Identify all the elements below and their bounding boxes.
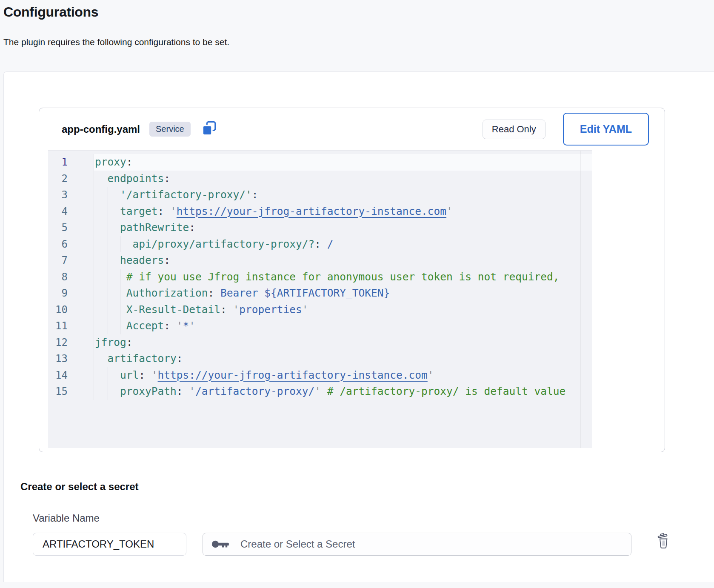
token-quote: ' xyxy=(170,205,177,217)
code-line-3[interactable]: 3'/artifactory-proxy/': xyxy=(48,187,592,203)
line-content: url: 'https://your-jfrog-artifactory-ins… xyxy=(94,367,592,384)
key-icon xyxy=(211,539,229,550)
token-key: Accept xyxy=(126,320,164,332)
token-key: pathRewrite xyxy=(120,221,189,234)
token-key: headers xyxy=(120,254,164,266)
code-line-8[interactable]: 8# if you use Jfrog instance for anonymo… xyxy=(48,269,592,285)
variable-name-input[interactable] xyxy=(33,533,186,556)
token-quote: ' xyxy=(233,303,240,316)
token-key: Authorization xyxy=(126,287,208,299)
token-key: '/artifactory-proxy/' xyxy=(120,188,252,201)
token-quote: ' xyxy=(302,303,308,316)
token-quote: ' xyxy=(177,320,183,332)
token-punct: : xyxy=(164,254,170,266)
code-line-14[interactable]: 14url: 'https://your-jfrog-artifactory-i… xyxy=(48,367,592,384)
token-key: artifactory xyxy=(108,352,177,365)
delete-secret-button[interactable] xyxy=(657,533,670,550)
line-number: 12 xyxy=(48,334,94,351)
copy-icon xyxy=(202,121,217,137)
line-content: X-Result-Detail: 'properties' xyxy=(94,302,592,318)
line-content: headers: xyxy=(94,252,592,269)
code-line-1[interactable]: 1proxy: xyxy=(48,154,592,171)
code-line-15[interactable]: 15proxyPath: '/artifactory-proxy/' # /ar… xyxy=(48,383,592,400)
line-number: 8 xyxy=(48,269,94,285)
code-line-4[interactable]: 4target: 'https://your-jfrog-artifactory… xyxy=(48,203,592,220)
token-punct: : xyxy=(189,221,195,234)
indent-guide xyxy=(108,220,108,236)
secret-select-field[interactable]: Create or Select a Secret xyxy=(203,533,631,556)
secret-section-heading: Create or select a secret xyxy=(20,481,714,493)
indent-guide xyxy=(108,367,108,384)
token-key: jfrog xyxy=(95,336,126,348)
token-quote: ' xyxy=(189,320,195,332)
yaml-editor[interactable]: 1proxy:2endpoints:3'/artifactory-proxy/'… xyxy=(48,150,592,448)
code-line-12[interactable]: 12jfrog: xyxy=(48,334,592,351)
code-line-2[interactable]: 2endpoints: xyxy=(48,171,592,187)
token-punct: : xyxy=(126,336,133,348)
line-number: 13 xyxy=(48,351,94,367)
indent-guide xyxy=(108,236,108,253)
code-line-5[interactable]: 5pathRewrite: xyxy=(48,220,592,236)
token-punct: : xyxy=(164,320,177,332)
token-quote: ' xyxy=(428,369,434,381)
indent-guide xyxy=(108,269,108,285)
code-line-13[interactable]: 13artifactory: xyxy=(48,351,592,367)
indent-guide xyxy=(120,269,120,285)
code-line-11[interactable]: 11Accept: '*' xyxy=(48,318,592,334)
token-key: api/proxy/artifactory-proxy/? xyxy=(133,238,315,250)
token-punct: : xyxy=(126,156,133,168)
line-number: 7 xyxy=(48,252,94,269)
line-content: pathRewrite: xyxy=(94,220,592,236)
indent-guide xyxy=(130,236,130,253)
token-punct: : xyxy=(220,303,233,316)
line-content: Accept: '*' xyxy=(94,318,592,334)
line-number: 1 xyxy=(48,154,94,171)
secret-select-placeholder: Create or Select a Secret xyxy=(240,538,355,550)
copy-button[interactable] xyxy=(202,121,217,137)
code-line-9[interactable]: 9Authorization: Bearer ${ARTIFACTORY_TOK… xyxy=(48,285,592,302)
token-key: proxy xyxy=(95,156,126,168)
indent-guide xyxy=(108,203,108,220)
yaml-card-header: app-config.yaml Service Read Only Edit Y… xyxy=(39,108,665,150)
token-key: endpoints xyxy=(108,172,164,185)
indent-guide xyxy=(108,285,108,302)
page-description: The plugin requires the following config… xyxy=(3,37,714,47)
token-val: /artifactory-proxy/ xyxy=(195,385,314,397)
token-key: X-Result-Detail xyxy=(126,303,220,316)
indent-guide xyxy=(120,285,120,302)
token-punct: : xyxy=(164,172,170,185)
token-punct: : xyxy=(314,238,327,250)
variable-name-label: Variable Name xyxy=(33,512,714,524)
line-content: api/proxy/artifactory-proxy/?: / xyxy=(94,236,592,253)
secret-row: Create or Select a Secret xyxy=(33,533,714,556)
token-key: target xyxy=(120,205,158,217)
edit-yaml-button[interactable]: Edit YAML xyxy=(563,113,649,146)
token-punct: : xyxy=(158,205,171,217)
line-content: Authorization: Bearer ${ARTIFACTORY_TOKE… xyxy=(94,285,592,302)
token-punct: : xyxy=(177,385,189,397)
token-quote: ' xyxy=(446,205,453,217)
token-key: proxyPath xyxy=(120,385,177,397)
token-punct: : xyxy=(252,188,258,201)
page-title: Configurations xyxy=(3,4,714,20)
token-punct: : xyxy=(208,287,221,299)
token-url: https://your-jfrog-artifactory-instance.… xyxy=(177,205,446,217)
trash-icon xyxy=(657,533,670,550)
read-only-button[interactable]: Read Only xyxy=(483,120,545,139)
indent-guide xyxy=(108,187,108,203)
line-number: 3 xyxy=(48,187,94,203)
token-val: properties xyxy=(239,303,302,316)
code-line-10[interactable]: 10X-Result-Detail: 'properties' xyxy=(48,302,592,318)
config-panel: app-config.yaml Service Read Only Edit Y… xyxy=(3,71,714,582)
line-number: 15 xyxy=(48,383,94,400)
line-number: 5 xyxy=(48,220,94,236)
indent-guide xyxy=(120,302,120,318)
code-line-6[interactable]: 6api/proxy/artifactory-proxy/?: / xyxy=(48,236,592,253)
line-content: endpoints: xyxy=(94,171,592,187)
token-comment: # if you use Jfrog instance for anonymou… xyxy=(126,271,560,283)
code-line-7[interactable]: 7headers: xyxy=(48,252,592,269)
line-content: '/artifactory-proxy/': xyxy=(94,187,592,203)
yaml-card: app-config.yaml Service Read Only Edit Y… xyxy=(39,108,665,452)
token-url: https://your-jfrog-artifactory-instance.… xyxy=(158,369,428,381)
token-comment: # /artifactory-proxy/ is default value xyxy=(327,385,566,397)
